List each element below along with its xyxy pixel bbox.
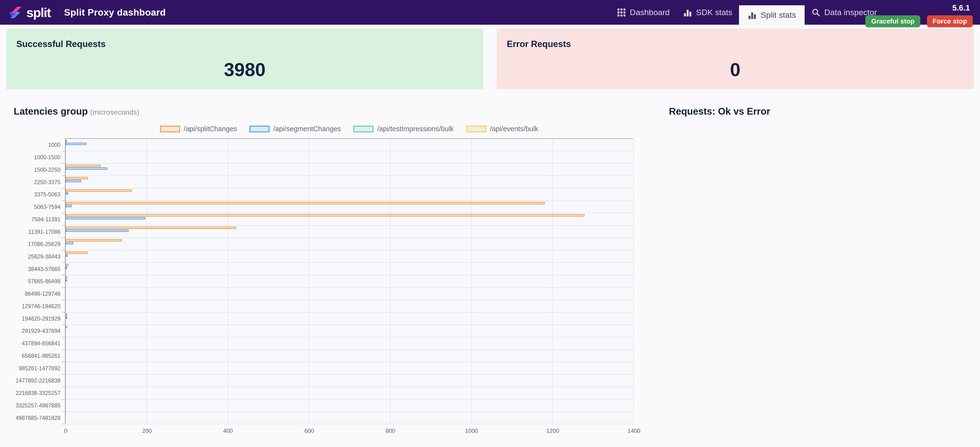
bar--api-splitChanges: [66, 140, 67, 142]
legend-swatch: [160, 126, 180, 132]
latency-row-57665-86498: [66, 275, 633, 288]
bar--api-segmentChanges: [66, 192, 68, 195]
bar--api-segmentChanges: [66, 267, 67, 269]
legend-item-1[interactable]: /api/segmentChanges: [250, 125, 341, 133]
header-actions: 5.6.1 Graceful stop Force stop: [865, 3, 973, 27]
y-tick-label: 86498-129746: [0, 288, 60, 300]
bar-chart-icon: [748, 11, 757, 20]
bar--api-segmentChanges: [66, 229, 129, 232]
latency-row-25629-38443: [66, 251, 633, 263]
latency-row-3375-5063: [66, 188, 633, 201]
bar--api-segmentChanges: [66, 143, 86, 145]
y-tick-label: 7594-11391: [0, 213, 60, 226]
gridline-x-1400: [633, 139, 634, 423]
bar--api-segmentChanges: [66, 242, 73, 244]
y-tick-label: 1000: [0, 139, 60, 151]
legend-swatch: [353, 126, 374, 132]
latency-row-17086-25629: [66, 238, 633, 251]
bar--api-segmentChanges: [66, 205, 72, 207]
latency-row-437894-656841: [66, 337, 633, 350]
chart-legend: /api/splitChanges/api/segmentChanges/api…: [65, 125, 633, 133]
nav-dashboard[interactable]: Dashboard: [610, 0, 676, 25]
latency-row-38443-57665: [66, 263, 633, 275]
latency-row-1000-1500: [66, 151, 633, 164]
force-stop-button[interactable]: Force stop: [927, 15, 973, 27]
bar--api-splitChanges: [66, 276, 67, 278]
legend-swatch: [466, 126, 487, 132]
version-label: 5.6.1: [952, 3, 970, 13]
y-tick-label: 4987885-7481828: [0, 412, 60, 424]
bar--api-segmentChanges: [66, 316, 67, 319]
legend-label: /api/segmentChanges: [273, 125, 341, 133]
x-tick-label: 800: [386, 428, 395, 434]
y-tick-label: 11391-17086: [0, 226, 60, 238]
legend-item-3[interactable]: /api/events/bulk: [466, 125, 538, 133]
nav-split-stats[interactable]: Split stats: [739, 5, 805, 25]
latency-row-11391-17086: [66, 226, 633, 238]
charts-section: Latencies group(microseconds) /api/split…: [14, 106, 974, 423]
bar--api-segmentChanges: [66, 217, 145, 220]
split-wordmark: split: [26, 5, 51, 20]
bar--api-splitChanges: [66, 239, 122, 242]
latency-row-985261-1477892: [66, 362, 633, 375]
y-tick-label: 437894-656841: [0, 337, 60, 350]
latency-row-291929-437894: [66, 325, 633, 337]
bar--api-segmentChanges: [66, 180, 81, 182]
y-tick-label: 17086-25629: [0, 238, 60, 251]
latency-row-1000: [66, 139, 633, 151]
bar--api-splitChanges: [66, 313, 67, 316]
latency-plot: 020040060080010001200140010001000-150015…: [65, 138, 633, 423]
latency-row-194620-291929: [66, 312, 633, 325]
latency-plot-wrap: 020040060080010001200140010001000-150015…: [65, 138, 647, 423]
summary-cards: Successful Requests 3980 Error Requests …: [6, 29, 974, 89]
y-tick-label: 1000-1500: [0, 151, 60, 164]
bar--api-splitChanges: [66, 251, 88, 254]
latency-row-5063-7594: [66, 201, 633, 213]
bar--api-splitChanges: [66, 164, 101, 167]
legend-label: /api/testImpressions/bulk: [377, 125, 453, 133]
successful-requests-value: 3980: [16, 59, 473, 81]
y-tick-label: 1477892-2216838: [0, 375, 60, 387]
latency-row-656841-985261: [66, 350, 633, 362]
split-logo-icon: [9, 5, 23, 20]
graceful-stop-button[interactable]: Graceful stop: [865, 15, 920, 27]
latency-row-2216838-3325257: [66, 387, 633, 399]
requests-chart-title: Requests: Ok vs Error: [669, 106, 770, 117]
bar--api-splitChanges: [66, 264, 68, 266]
x-tick-label: 400: [223, 428, 233, 434]
top-bar: split Split Proxy dashboard Dashboard SD…: [0, 0, 980, 25]
y-tick-label: 5063-7594: [0, 201, 60, 213]
latencies-chart-title: Latencies group(microseconds): [14, 106, 647, 117]
y-tick-label: 2216838-3325257: [0, 387, 60, 399]
card-title: Error Requests: [507, 39, 964, 49]
nav-sdk-stats[interactable]: SDK stats: [676, 0, 739, 25]
y-tick-label: 194620-291929: [0, 312, 60, 325]
y-tick-label: 129746-194620: [0, 300, 60, 313]
y-tick-label: 57665-86498: [0, 275, 60, 288]
nav-label: Split stats: [760, 10, 796, 20]
y-tick-label: 985261-1477892: [0, 362, 60, 375]
y-tick-label: 38443-57665: [0, 263, 60, 275]
page-title: Split Proxy dashboard: [64, 7, 166, 18]
legend-swatch: [250, 126, 270, 132]
latency-row-129746-194620: [66, 300, 633, 313]
legend-item-0[interactable]: /api/splitChanges: [160, 125, 237, 133]
legend-item-2[interactable]: /api/testImpressions/bulk: [353, 125, 453, 133]
bar--api-splitChanges: [66, 214, 584, 216]
bar--api-splitChanges: [66, 326, 67, 328]
successful-requests-card: Successful Requests 3980: [6, 29, 483, 89]
bar--api-segmentChanges: [66, 279, 67, 282]
x-tick-label: 1400: [627, 428, 640, 434]
y-tick-label: 2250-3375: [0, 176, 60, 188]
y-tick-label: 25629-38443: [0, 251, 60, 263]
split-logo[interactable]: split: [9, 5, 51, 20]
latency-row-86498-129746: [66, 288, 633, 300]
bar--api-segmentChanges: [66, 255, 68, 257]
bar--api-splitChanges: [66, 202, 545, 204]
y-tick-label: 3325257-4987885: [0, 399, 60, 412]
main-nav: Dashboard SDK stats Split stats Data ins…: [610, 0, 884, 25]
nav-label: Dashboard: [630, 8, 670, 17]
search-icon: [811, 8, 821, 17]
latency-row-1500-2250: [66, 164, 633, 176]
x-tick-label: 1200: [546, 428, 559, 434]
